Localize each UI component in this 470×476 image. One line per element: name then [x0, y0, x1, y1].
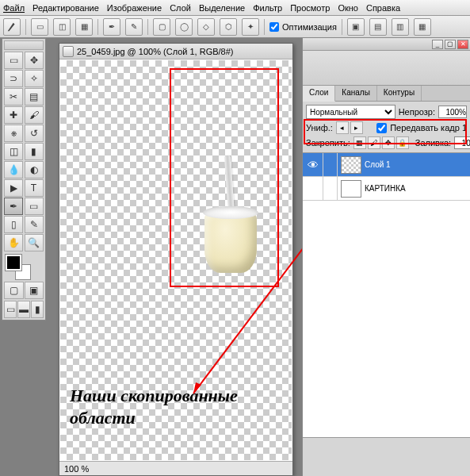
document-title: 25_0459.jpg @ 100% (Слой 1, RGB/8#) [77, 47, 234, 56]
optimize-checkbox[interactable] [269, 22, 279, 32]
lasso-tool-icon[interactable]: ⊃ [4, 70, 23, 87]
maximize-button[interactable]: ▢ [445, 40, 456, 49]
eraser-tool-icon[interactable]: ◫ [4, 143, 23, 160]
standard-mode-icon[interactable]: ▢ [4, 282, 24, 299]
tab-channels[interactable]: Каналы [335, 86, 377, 101]
layer-name[interactable]: КАРТИНКА [365, 184, 406, 193]
optimize-label: Оптимизация [282, 22, 337, 32]
link-toggle[interactable] [323, 177, 338, 200]
close-button[interactable]: ✕ [457, 40, 468, 49]
quickmask-mode-icon[interactable]: ▣ [25, 282, 44, 299]
paths-icon[interactable]: ◫ [53, 18, 71, 36]
divider [342, 19, 342, 35]
zoom-level[interactable]: 100 % [64, 464, 89, 474]
opacity-label: Непрозр: [399, 107, 435, 117]
annotation-box-layer [304, 119, 467, 144]
custom-shape-icon[interactable]: ✦ [242, 18, 259, 36]
tab-paths[interactable]: Контуры [377, 86, 422, 101]
panels-dock: _ ▢ ✕ Слои Каналы Контуры Нормальный Неп… [302, 38, 470, 476]
color-swatches[interactable] [4, 255, 44, 280]
freeform-pen-icon[interactable]: ✎ [125, 18, 143, 36]
visibility-toggle-icon[interactable]: 👁 [303, 153, 323, 176]
screen-full-menu-icon[interactable]: ▬ [17, 301, 30, 318]
panel-tabs: Слои Каналы Контуры [303, 86, 470, 102]
path-align-icon[interactable]: ▤ [369, 18, 387, 36]
divider [147, 19, 148, 35]
layer-thumbnail[interactable] [341, 156, 361, 174]
options-bar: ▭ ◫ ▦ ✒ ✎ ▢ ◯ ◇ ⬡ ✦ Оптимизация ▣ ▤ ▥ ▦ [0, 16, 470, 38]
path-combine-icon[interactable]: ▣ [347, 18, 365, 36]
exclude-icon[interactable]: ⬡ [220, 18, 237, 36]
menu-bar: Файл Редактирование Изображение Слой Выд… [0, 0, 470, 16]
fill-pixels-icon[interactable]: ▦ [75, 18, 93, 36]
menu-select[interactable]: Выделение [199, 3, 245, 13]
marquee-tool-icon[interactable]: ▭ [4, 52, 23, 69]
history-brush-icon[interactable]: ↺ [25, 125, 44, 142]
eyedropper-tool-icon[interactable]: ✎ [25, 216, 44, 233]
menu-edit[interactable]: Редактирование [32, 3, 99, 13]
divider [97, 19, 98, 35]
path-select-icon[interactable]: ▶ [4, 179, 23, 197]
blur-tool-icon[interactable]: 💧 [4, 161, 23, 178]
add-anchor-icon[interactable]: ▢ [153, 18, 170, 36]
menu-help[interactable]: Справка [366, 3, 400, 13]
blend-mode-select[interactable]: Нормальный [306, 105, 395, 119]
minimize-button[interactable]: _ [432, 40, 443, 49]
opacity-input[interactable] [438, 106, 467, 118]
gradient-tool-icon[interactable]: ▮ [25, 143, 44, 160]
document-titlebar[interactable]: 25_0459.jpg @ 100% (Слой 1, RGB/8#) [59, 44, 292, 60]
path-options-icon[interactable]: ▦ [414, 18, 431, 36]
intersect-icon[interactable]: ◇ [197, 18, 215, 36]
brush-tool-icon[interactable]: 🖌 [25, 106, 44, 124]
annotation-box [170, 68, 279, 287]
document-icon [63, 46, 74, 57]
canvas[interactable]: Наши скопированные области [60, 60, 292, 460]
pen-icon[interactable]: ✒ [103, 18, 120, 36]
dodge-tool-icon[interactable]: ◐ [25, 161, 44, 178]
app-window-controls: _ ▢ ✕ [303, 38, 470, 51]
slice-tool-icon[interactable]: ▤ [25, 88, 44, 106]
hand-tool-icon[interactable]: ✋ [4, 234, 23, 251]
link-toggle[interactable] [323, 153, 338, 176]
document-window: 25_0459.jpg @ 100% (Слой 1, RGB/8#) Наши… [59, 43, 293, 476]
menu-layer[interactable]: Слой [170, 3, 191, 13]
subtract-anchor-icon[interactable]: ◯ [175, 18, 193, 36]
move-tool-icon[interactable]: ✥ [25, 52, 44, 69]
crop-tool-icon[interactable]: ✂ [4, 88, 23, 106]
layer-row[interactable]: 👁 Слой 1 [303, 153, 470, 177]
stamp-tool-icon[interactable]: ⎈ [4, 125, 23, 142]
layer-thumbnail[interactable] [341, 180, 361, 198]
collapsed-panel[interactable] [303, 51, 470, 86]
path-arrange-icon[interactable]: ▥ [392, 18, 409, 36]
workspace: ▭ ✥ ⊃ ✧ ✂ ▤ ✚ 🖌 ⎈ ↺ ◫ ▮ 💧 ◐ ▶ T ✒ ▭ ▯ ✎ … [0, 38, 470, 476]
shape-tool-icon[interactable]: ▭ [25, 198, 44, 215]
menu-window[interactable]: Окно [338, 3, 358, 13]
pen-tool-preset-icon[interactable] [3, 18, 21, 36]
annotation-text: Наши скопированные области [70, 385, 292, 430]
divider [25, 19, 26, 35]
type-tool-icon[interactable]: T [25, 179, 44, 197]
menu-image[interactable]: Изображение [107, 3, 162, 13]
menu-file[interactable]: Файл [3, 3, 25, 13]
shape-layers-icon[interactable]: ▭ [31, 18, 48, 36]
pen-tool-icon[interactable]: ✒ [4, 198, 23, 215]
layers-list: 👁 Слой 1 КАРТИНКА [303, 152, 470, 438]
divider [264, 19, 265, 35]
screen-full-icon[interactable]: ▮ [31, 301, 44, 318]
foreground-color-swatch[interactable] [6, 255, 21, 271]
menu-filter[interactable]: Фильтр [253, 3, 282, 13]
notes-tool-icon[interactable]: ▯ [4, 216, 23, 233]
tab-layers[interactable]: Слои [303, 86, 335, 102]
menu-view[interactable]: Просмотр [290, 3, 330, 13]
document-statusbar: 100 % [59, 461, 292, 475]
heal-tool-icon[interactable]: ✚ [4, 106, 23, 124]
screen-standard-icon[interactable]: ▭ [4, 301, 17, 318]
toolbox-grip[interactable] [4, 40, 44, 50]
layer-row[interactable]: КАРТИНКА [303, 177, 470, 201]
layer-name[interactable]: Слой 1 [365, 160, 391, 169]
wand-tool-icon[interactable]: ✧ [25, 70, 44, 87]
toolbox: ▭ ✥ ⊃ ✧ ✂ ▤ ✚ 🖌 ⎈ ↺ ◫ ▮ 💧 ◐ ▶ T ✒ ▭ ▯ ✎ … [2, 38, 46, 321]
visibility-toggle-icon[interactable] [303, 177, 323, 200]
zoom-tool-icon[interactable]: 🔍 [25, 234, 44, 251]
